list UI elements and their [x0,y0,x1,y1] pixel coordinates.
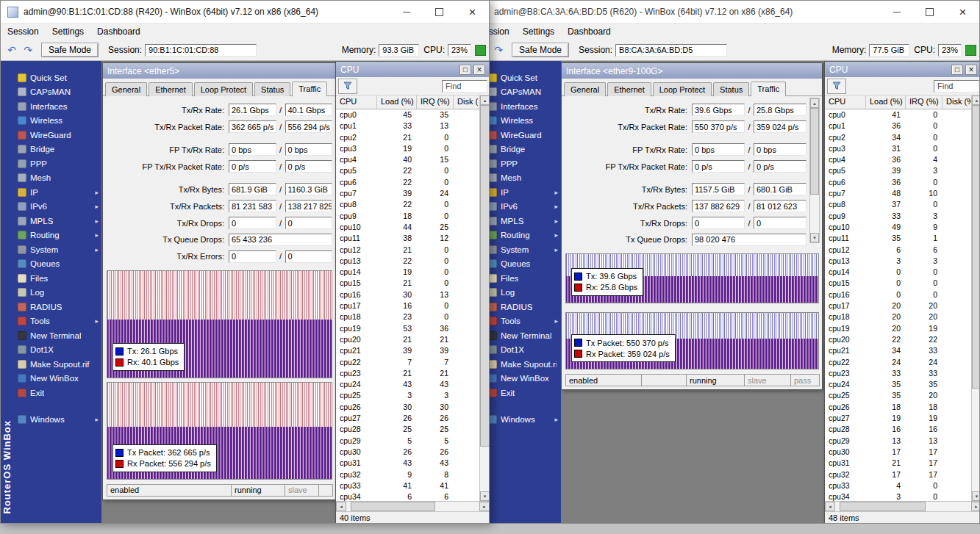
sidebar-item[interactable]: RADIUS [485,300,561,314]
sidebar-item[interactable]: IPv6 ▸ [485,200,561,214]
sidebar-item[interactable]: CAPsMAN [15,85,101,100]
field-input[interactable]: 0 p/s [285,160,333,173]
cpu-table-row[interactable]: cpu3 19 0 [336,143,489,154]
child-window-titlebar[interactable]: Interface <ether5> [103,63,335,79]
vertical-scrollbar[interactable] [971,95,979,501]
close-button[interactable] [946,1,979,23]
sidebar-item[interactable]: New Terminal [15,328,101,343]
cpu-table-row[interactable]: cpu17 20 20 [825,300,979,311]
sidebar-item[interactable]: Log [15,286,101,300]
sidebar-item[interactable]: Mesh [485,171,561,186]
cpu-table-row[interactable]: cpu16 30 13 [336,289,489,300]
cpu-table-row[interactable]: cpu6 36 0 [825,177,979,188]
field-input[interactable]: 65 433 236 [229,234,332,246]
sidebar-item[interactable]: Bridge [485,142,561,157]
cpu-table-row[interactable]: cpu20 21 21 [336,334,489,345]
cpu-table-row[interactable]: cpu31 43 43 [336,458,489,469]
sidebar-item[interactable]: Wireless [485,114,561,129]
cpu-table-row[interactable]: cpu30 17 17 [825,447,979,458]
sidebar-item[interactable]: Make Supout.rif [485,357,561,372]
cpu-table-row[interactable]: cpu19 20 19 [825,323,979,334]
cpu-table-row[interactable]: cpu3 31 0 [825,143,979,154]
field-input[interactable]: 681.9 GiB [229,183,276,195]
maximize-button[interactable] [459,65,471,75]
cpu-table-row[interactable]: cpu21 39 39 [336,345,489,356]
tab-general[interactable]: General [564,82,606,96]
cpu-table-row[interactable]: cpu0 45 35 [336,109,489,120]
close-button[interactable] [473,65,485,75]
scroll-left-button[interactable] [825,502,835,511]
scrollbar-thumb[interactable] [810,108,819,195]
scrollbar-thumb[interactable] [840,502,926,511]
menu-item-settings[interactable]: Settings [516,26,561,37]
child-window-titlebar[interactable]: CPU [336,62,489,77]
cpu-table-row[interactable]: cpu19 53 36 [336,323,489,334]
tab-status[interactable]: Status [254,82,290,96]
sidebar-item[interactable]: System ▸ [485,242,561,257]
cpu-table-row[interactable]: cpu6 22 0 [336,177,489,188]
find-input[interactable]: Find [442,80,487,93]
cpu-table-row[interactable]: cpu20 22 22 [825,334,979,345]
sidebar-item[interactable]: WireGuard [15,128,101,142]
sidebar-item[interactable]: Exit [15,386,101,400]
sidebar-item[interactable]: PPP [15,156,101,171]
undo-icon[interactable] [4,43,20,57]
sidebar-item[interactable]: Mesh [15,171,101,186]
sidebar-item[interactable]: Make Supout.rif [15,357,101,372]
sidebar-item[interactable]: Routing ▸ [15,228,101,243]
maximize-button[interactable] [951,65,963,75]
sidebar-item[interactable]: Bridge [15,142,101,157]
cpu-table-row[interactable]: cpu18 20 20 [825,311,979,322]
column-header-load[interactable]: Load (%) [377,95,417,109]
column-header-cpu[interactable]: CPU [825,95,866,109]
cpu-table-row[interactable]: cpu10 44 25 [336,222,489,233]
sidebar-item[interactable]: Routing ▸ [485,228,561,243]
sidebar-item[interactable]: Tools ▸ [485,314,561,329]
cpu-table-row[interactable]: cpu27 26 26 [336,413,489,424]
cpu-table-row[interactable]: cpu4 36 4 [825,154,979,165]
window-titlebar[interactable]: admin@B8:CA:3A:6A:BD:D5 (R620) - WinBox … [471,1,979,24]
minimize-button[interactable] [390,1,423,23]
close-button[interactable] [456,1,489,23]
sidebar-item[interactable]: Log [485,286,561,300]
tab-traffic[interactable]: Traffic [292,82,327,96]
field-input[interactable]: 359 024 p/s [754,120,806,133]
sidebar-item[interactable]: CAPsMAN [485,85,561,100]
cpu-table-row[interactable]: cpu17 16 0 [336,300,489,311]
cpu-table-row[interactable]: cpu21 34 33 [825,345,979,356]
tab-traffic[interactable]: Traffic [751,82,786,96]
cpu-table-row[interactable]: cpu7 39 24 [336,188,489,199]
cpu-table-row[interactable]: cpu12 21 0 [336,245,489,256]
scroll-up-button[interactable] [810,98,819,108]
field-input[interactable]: 40.1 Gbps [285,104,333,116]
sidebar-item[interactable]: PPP [485,156,561,171]
cpu-table-row[interactable]: cpu13 3 3 [825,256,979,267]
child-window-titlebar[interactable]: Interface <ether9-100G> [562,63,822,79]
scroll-down-button[interactable] [810,233,819,242]
minimize-button[interactable] [880,1,913,23]
field-input[interactable]: 556 294 p/s [285,120,333,133]
field-input[interactable]: 1157.5 GiB [692,183,745,195]
sidebar-item[interactable]: Quick Set [485,71,561,85]
field-input[interactable]: 0 bps [754,143,806,156]
cpu-table-row[interactable]: cpu15 21 0 [336,278,489,289]
sidebar-item[interactable]: IP ▸ [485,185,561,200]
cpu-table-row[interactable]: cpu29 13 13 [825,436,979,447]
filter-funnel-button[interactable] [338,79,357,94]
redo-icon[interactable] [490,43,507,57]
field-input[interactable]: 39.6 Gbps [692,104,745,116]
menu-item-settings[interactable]: Settings [46,26,90,37]
tab-general[interactable]: General [105,82,147,96]
scroll-right-button[interactable] [971,502,979,511]
cpu-table-row[interactable]: cpu28 25 25 [336,424,489,435]
sidebar-item[interactable]: Interfaces [15,99,101,114]
cpu-table-row[interactable]: cpu5 22 0 [336,165,489,176]
scroll-up-button[interactable] [972,95,979,105]
scroll-down-button[interactable] [480,491,489,501]
column-header-irq[interactable]: IRQ (%) [417,95,454,109]
vertical-scrollbar[interactable] [809,98,820,243]
sidebar-item[interactable]: Dot1X [15,343,101,358]
cpu-table-row[interactable]: cpu1 36 0 [825,120,979,131]
field-input[interactable]: 0 p/s [692,160,745,173]
sidebar-item-windows[interactable]: Windows ▸ [15,413,101,427]
